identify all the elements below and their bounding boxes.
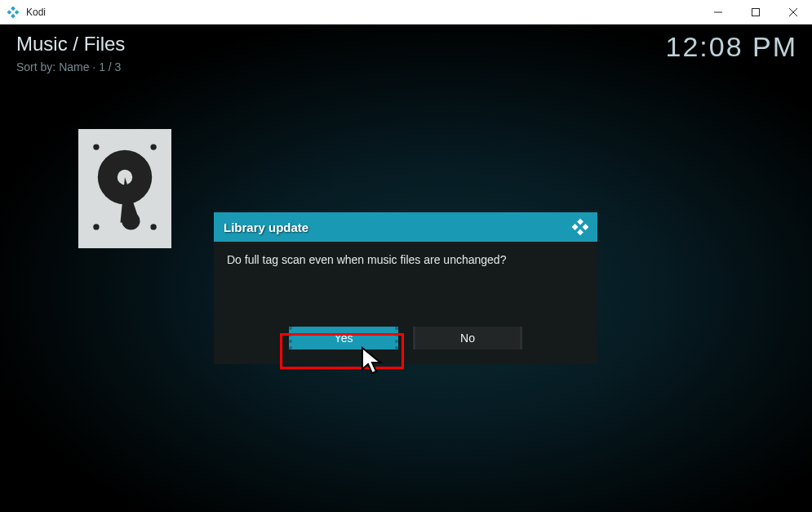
yes-button[interactable]: Yes bbox=[289, 327, 398, 349]
window-title: Kodi bbox=[26, 7, 46, 18]
hard-disk-icon bbox=[86, 138, 164, 239]
svg-rect-17 bbox=[577, 219, 583, 225]
kodi-logo-icon bbox=[571, 218, 589, 236]
svg-rect-18 bbox=[572, 224, 579, 230]
window-controls bbox=[699, 0, 812, 24]
breadcrumb: Music / Files bbox=[16, 33, 125, 56]
library-update-dialog: Library update Do full tag scan even whe… bbox=[214, 212, 597, 364]
no-button[interactable]: No bbox=[413, 327, 522, 349]
kodi-app-icon bbox=[7, 6, 20, 19]
svg-point-11 bbox=[93, 224, 99, 229]
svg-rect-3 bbox=[11, 13, 16, 18]
close-button[interactable] bbox=[774, 0, 812, 24]
sort-indicator: Sort by: Name · 1 / 3 bbox=[16, 60, 121, 73]
dialog-title: Library update bbox=[224, 220, 308, 234]
svg-rect-19 bbox=[583, 224, 589, 230]
window-titlebar: Kodi bbox=[0, 0, 812, 24]
svg-rect-0 bbox=[11, 6, 16, 11]
maximize-button[interactable] bbox=[737, 0, 774, 24]
svg-point-10 bbox=[150, 144, 156, 149]
dialog-message: Do full tag scan even when music files a… bbox=[227, 253, 584, 266]
svg-rect-2 bbox=[15, 10, 20, 15]
svg-rect-20 bbox=[577, 229, 583, 236]
svg-point-16 bbox=[122, 211, 140, 229]
kodi-client-area: Music / Files Sort by: Name · 1 / 3 12:0… bbox=[0, 24, 812, 512]
svg-rect-1 bbox=[7, 10, 12, 15]
svg-point-12 bbox=[150, 224, 156, 229]
dialog-titlebar: Library update bbox=[214, 212, 597, 242]
clock: 12:08 PM bbox=[665, 31, 797, 63]
minimize-button[interactable] bbox=[699, 0, 737, 24]
source-disk-thumbnail[interactable] bbox=[78, 129, 171, 248]
svg-rect-5 bbox=[752, 9, 760, 16]
svg-point-9 bbox=[93, 144, 99, 149]
